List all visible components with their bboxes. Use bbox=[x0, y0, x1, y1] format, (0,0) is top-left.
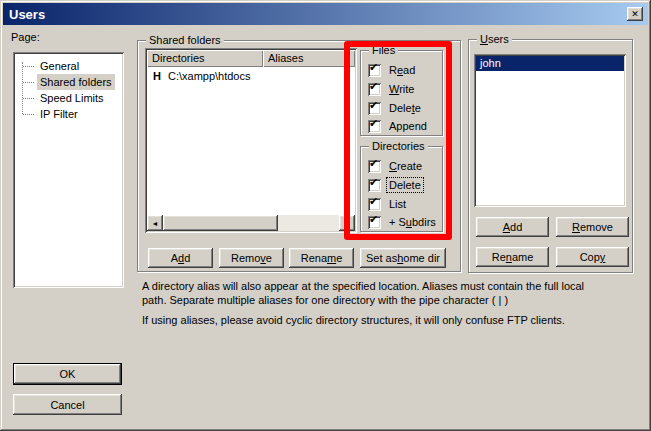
shared-folders-group-label: Shared folders bbox=[146, 33, 224, 47]
files-group-label: Files bbox=[369, 43, 398, 57]
copy-user-button[interactable]: Copy bbox=[556, 247, 629, 267]
checkbox-box[interactable]: ✔ bbox=[368, 83, 381, 96]
files-permissions-group: Files ✔ Read ✔ Write ✔ Delete ✔ Append bbox=[360, 50, 443, 136]
label-post: e bbox=[266, 252, 272, 264]
title-bar: Users ✕ bbox=[3, 3, 648, 25]
directories-group-label: Directories bbox=[369, 139, 428, 153]
checkmark-icon: ✔ bbox=[369, 61, 378, 74]
ok-button-label: OK bbox=[60, 368, 76, 380]
checkbox-box[interactable]: ✔ bbox=[368, 120, 381, 133]
tree-connector bbox=[23, 98, 34, 99]
label-key: R bbox=[572, 221, 580, 233]
sidebar-item-shared-folders[interactable]: Shared folders bbox=[13, 74, 122, 90]
remove-user-button[interactable]: Remove bbox=[556, 217, 629, 237]
label-post: ome dir bbox=[403, 252, 440, 264]
page-tree[interactable]: General Shared folders Speed Limits IP F… bbox=[13, 52, 124, 288]
label-pre: Rena bbox=[301, 252, 327, 264]
label-pre: Cop bbox=[580, 251, 600, 263]
checkbox-box[interactable]: ✔ bbox=[368, 198, 381, 211]
checkbox-label: List bbox=[387, 197, 408, 211]
label-pre: Remo bbox=[231, 252, 260, 264]
checkbox-box[interactable]: ✔ bbox=[368, 179, 381, 192]
directory-row[interactable]: HC:\xampp\htdocs bbox=[147, 69, 355, 85]
window-title: Users bbox=[9, 7, 45, 22]
scroll-left-button[interactable]: ◄ bbox=[147, 215, 163, 231]
checkbox-box[interactable]: ✔ bbox=[368, 64, 381, 77]
add-user-button[interactable]: Add bbox=[476, 217, 549, 237]
cancel-button-label: Cancel bbox=[50, 399, 84, 411]
tree-connector bbox=[23, 114, 34, 115]
checkbox-files-read[interactable]: ✔ Read bbox=[368, 62, 417, 78]
close-icon: ✕ bbox=[631, 9, 639, 19]
tree-item-label: Shared folders bbox=[37, 74, 115, 90]
directories-listview[interactable]: Directories Aliases HC:\xampp\htdocs ◄ ► bbox=[145, 48, 357, 233]
home-flag: H bbox=[153, 70, 161, 82]
page-label: Page: bbox=[11, 31, 40, 43]
checkbox-label: Create bbox=[387, 159, 424, 173]
close-button[interactable]: ✕ bbox=[627, 7, 643, 21]
user-item-john[interactable]: john bbox=[476, 56, 624, 71]
checkbox-files-delete[interactable]: ✔ Delete bbox=[368, 100, 423, 116]
column-header-directories[interactable]: Directories bbox=[147, 50, 263, 67]
column-header-filler bbox=[348, 50, 355, 67]
listview-header: Directories Aliases bbox=[147, 50, 355, 67]
set-as-home-dir-button[interactable]: Set as home dir bbox=[360, 248, 446, 268]
checkmark-icon: ✔ bbox=[369, 213, 378, 226]
users-listbox[interactable]: john bbox=[474, 54, 626, 207]
alias-description-line3: If using aliases, please avoid cyclic di… bbox=[142, 314, 565, 326]
label-pre: A bbox=[171, 252, 178, 264]
sidebar-item-general[interactable]: General bbox=[13, 58, 122, 74]
checkbox-files-append[interactable]: ✔ Append bbox=[368, 118, 429, 134]
label-key: U bbox=[480, 33, 488, 45]
checkbox-box[interactable]: ✔ bbox=[368, 160, 381, 173]
label-post: ame bbox=[512, 251, 533, 263]
sidebar-item-ip-filter[interactable]: IP Filter bbox=[13, 106, 122, 122]
checkbox-label-focused: Delete bbox=[387, 178, 423, 192]
add-directory-button[interactable]: Add bbox=[148, 248, 213, 268]
checkbox-label: + Subdirs bbox=[387, 215, 438, 229]
checkmark-icon: ✔ bbox=[369, 176, 378, 189]
rename-user-button[interactable]: Rename bbox=[476, 247, 549, 267]
checkbox-dirs-delete[interactable]: ✔ Delete bbox=[368, 177, 423, 193]
label-post: rite bbox=[399, 83, 414, 95]
checkbox-dirs-create[interactable]: ✔ Create bbox=[368, 158, 424, 174]
remove-directory-button[interactable]: Remove bbox=[219, 248, 284, 268]
sidebar-item-speed-limits[interactable]: Speed Limits bbox=[13, 90, 122, 106]
label-key: y bbox=[600, 251, 606, 263]
users-dialog: Users ✕ Page: General Shared folders Spe… bbox=[0, 0, 651, 431]
rename-directory-button[interactable]: Rename bbox=[289, 248, 354, 268]
tree-item-label: Speed Limits bbox=[37, 90, 107, 106]
label-key: C bbox=[389, 160, 397, 172]
label-pre: Dele bbox=[389, 102, 412, 114]
checkmark-icon: ✔ bbox=[369, 80, 378, 93]
label-pre: List bbox=[389, 198, 406, 210]
label-pre: Set as bbox=[366, 252, 397, 264]
checkmark-icon: ✔ bbox=[369, 99, 378, 112]
label-pre: R bbox=[389, 64, 397, 76]
checkbox-box[interactable]: ✔ bbox=[368, 102, 381, 115]
label-key: m bbox=[327, 252, 336, 264]
directories-permissions-group: Directories ✔ Create ✔ Delete ✔ List ✔ +… bbox=[360, 146, 443, 232]
checkmark-icon: ✔ bbox=[369, 195, 378, 208]
ok-button[interactable]: OK bbox=[13, 363, 122, 385]
horizontal-scrollbar[interactable]: ◄ ► bbox=[147, 215, 355, 231]
cancel-button[interactable]: Cancel bbox=[13, 394, 122, 415]
label-post: ad bbox=[403, 64, 415, 76]
scroll-right-button[interactable]: ► bbox=[339, 215, 355, 231]
alias-description-line2: path. Separate multiple aliases for one … bbox=[142, 294, 508, 306]
label-post: e bbox=[336, 252, 342, 264]
column-header-aliases[interactable]: Aliases bbox=[263, 50, 348, 67]
checkbox-dirs-subdirs[interactable]: ✔ + Subdirs bbox=[368, 214, 438, 230]
scroll-left-icon: ◄ bbox=[152, 220, 159, 227]
label-pre: Delete bbox=[389, 179, 421, 191]
tree-connector bbox=[23, 66, 34, 67]
alias-description-line1: A directory alias will also appear at th… bbox=[142, 280, 584, 292]
checkbox-files-write[interactable]: ✔ Write bbox=[368, 81, 416, 97]
checkbox-box[interactable]: ✔ bbox=[368, 216, 381, 229]
checkbox-label: Write bbox=[387, 82, 416, 96]
users-group-label: Users bbox=[477, 32, 512, 46]
label-post: bdirs bbox=[412, 216, 436, 228]
label-pre: Append bbox=[389, 120, 427, 132]
checkbox-dirs-list[interactable]: ✔ List bbox=[368, 196, 408, 212]
scrollbar-thumb[interactable] bbox=[163, 215, 278, 231]
